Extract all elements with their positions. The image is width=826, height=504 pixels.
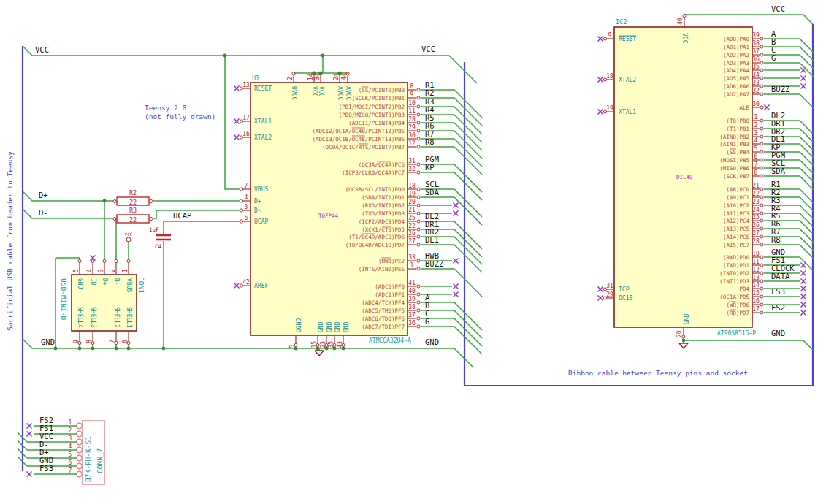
pin-number: 5: [754, 145, 758, 152]
net-label: D+: [39, 191, 48, 199]
wire: [764, 94, 814, 108]
ic-value: AT90S8515-P: [717, 330, 756, 337]
pin-end: [417, 196, 420, 199]
pin-name: ICP: [619, 286, 630, 293]
net-label: G: [771, 53, 776, 62]
pin-number: 13: [752, 275, 760, 281]
pin-end: [417, 309, 420, 312]
pin-number: 27: [408, 238, 416, 245]
pin-end: [115, 259, 118, 262]
pin-name: GND: [343, 321, 350, 332]
pin-name: (INT1)PD3: [719, 278, 749, 285]
pin-name: (AD6)PA6: [723, 83, 750, 90]
pin-number: 33: [752, 80, 760, 86]
pin-name: (A10)PC2: [723, 202, 749, 209]
pin-name: (ADC4/TCK)PF4: [362, 299, 405, 306]
pin-end: [417, 204, 420, 207]
pin-name: (AD5)PA5: [723, 75, 749, 82]
pin-name: (RXD)PD0: [723, 254, 750, 261]
pin-name: RESET: [619, 36, 636, 42]
pin-number: 28: [408, 116, 416, 123]
pin-end: [417, 188, 420, 191]
pin-name: XTAL1: [254, 118, 272, 125]
pin-number: 16: [752, 298, 760, 305]
pin-number: 25: [752, 214, 760, 221]
pin-number: 6: [754, 153, 758, 160]
ground-symbol: [679, 343, 688, 348]
pin-end: [91, 259, 94, 262]
pin-name: D+: [102, 278, 108, 286]
pin-number: 2: [69, 427, 72, 434]
pin-name: (AD1)PA1: [723, 44, 749, 50]
pin-number: 1: [754, 114, 758, 121]
junction-dot: [223, 54, 227, 58]
junction-dot: [313, 72, 316, 75]
pin-end: [417, 235, 420, 238]
junction-dot: [319, 72, 323, 75]
pin-end: [760, 204, 763, 207]
pin-name: VCC: [311, 86, 318, 97]
junction-dot: [78, 347, 82, 351]
usb-connector-reference: CON1: [137, 277, 145, 294]
pin-end: [417, 243, 420, 246]
net-label: SDA: [771, 167, 786, 175]
pin-end: [760, 127, 763, 130]
pin-name: (AD7)PA7: [723, 91, 749, 98]
pin-number: 31: [408, 158, 416, 164]
pin-end: [760, 150, 763, 153]
pin-number: 3: [98, 269, 104, 272]
pin-number: 8: [86, 340, 93, 343]
pin-end: [240, 220, 242, 223]
pin-name: SHELL4: [77, 307, 83, 328]
wire: [684, 338, 813, 350]
pin-number: 36: [408, 320, 416, 327]
pin-name: RESET: [254, 85, 272, 92]
pin-name: (ADC6/TDO)PF6: [362, 316, 405, 322]
pin-number: 30: [752, 101, 760, 107]
pin-end: [417, 212, 420, 215]
pin-name: GND: [684, 313, 690, 324]
pin-name: (A8)PC0: [726, 186, 749, 193]
pin-number: 27: [752, 230, 760, 237]
pin-number: 24: [752, 207, 760, 213]
pin-end: [78, 259, 81, 262]
pin-end: [760, 93, 763, 96]
pin-socket: [77, 423, 83, 429]
annotation-note: Sacrificial USB cable from header to Tee…: [6, 151, 14, 331]
pin-end: [150, 218, 153, 221]
pin-number: 33: [408, 254, 416, 261]
pin-number: 6: [245, 215, 248, 221]
pin-number: 5: [69, 451, 72, 458]
pin-name: (OC0A/OC1C/RTS/PCINT7)PB7: [322, 144, 405, 150]
pin-name: SHELL1: [126, 307, 132, 328]
pin-end: [760, 295, 763, 298]
pin-number: 25: [408, 215, 416, 221]
pin-name: (T1)PB1: [726, 126, 749, 132]
pin-name: VBUS: [254, 186, 268, 193]
pin-number: 39: [752, 32, 760, 39]
pin-number: 7: [754, 161, 758, 168]
annotation-note: Ribbon cable between Teensy pins and soc…: [568, 369, 748, 377]
pin-name: (MOSI)PB5: [719, 157, 749, 164]
pin-name: (AIN0)PB2: [719, 134, 749, 140]
pin-end: [417, 113, 420, 116]
ic-footprint: DIL40: [676, 174, 693, 180]
pin-name: (T0/OC4D/ADC10)PD7: [345, 242, 405, 248]
pin-number: 36: [752, 56, 760, 63]
pin-name: (INT0)PD2: [719, 270, 749, 277]
net-label: FS2: [771, 303, 785, 312]
pin-name: PD4: [739, 286, 749, 292]
pin-number: 8: [754, 169, 758, 176]
net-label: GND: [771, 329, 785, 337]
pin-end: [417, 220, 420, 223]
junction-dot: [333, 347, 337, 351]
pin-name: (AD0)PA0: [723, 36, 750, 42]
pin-number: 32: [408, 166, 416, 172]
pin-end: [760, 311, 763, 314]
pin-number: 18: [606, 73, 613, 80]
pin-number: 2: [110, 269, 116, 272]
pin-end: [113, 200, 116, 203]
net-label: UCAP: [173, 211, 191, 220]
pin-number: 3: [245, 204, 248, 210]
pin-number: 9: [410, 91, 414, 98]
